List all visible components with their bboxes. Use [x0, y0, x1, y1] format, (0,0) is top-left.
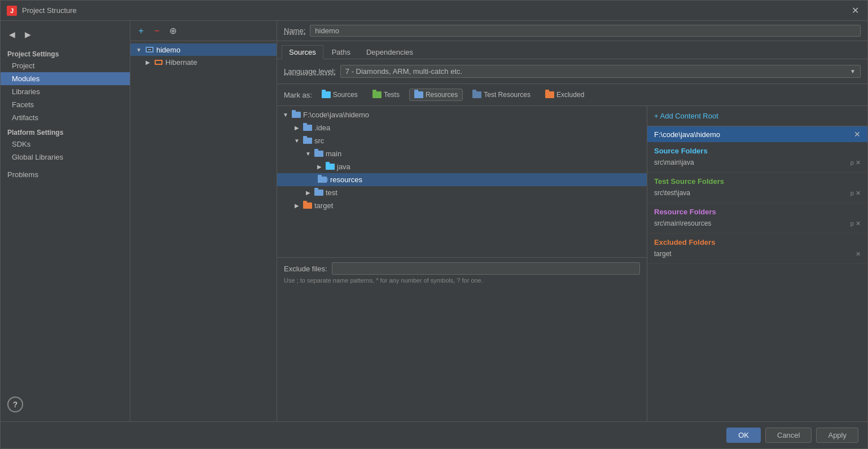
- mark-as-bar: Mark as: Sources Tests: [277, 84, 867, 106]
- expand-java-arrow[interactable]: ▶: [315, 163, 323, 171]
- remove-module-button[interactable]: −: [151, 25, 163, 37]
- svg-rect-15: [326, 164, 335, 170]
- file-tree-item-test[interactable]: ▶ test: [277, 186, 647, 199]
- copy-module-button[interactable]: ⊕: [166, 25, 179, 37]
- apply-button[interactable]: Apply: [816, 428, 858, 443]
- expand-idea-arrow[interactable]: ▶: [293, 124, 301, 132]
- tests-icon: [372, 91, 382, 98]
- expand-main-arrow[interactable]: ▼: [304, 150, 312, 158]
- mark-tests-button[interactable]: Tests: [367, 89, 405, 101]
- source-folders-title: Source Folders: [654, 147, 861, 155]
- app-icon: J: [6, 5, 17, 16]
- mark-sources-button[interactable]: Sources: [317, 89, 363, 101]
- file-tree-item-idea[interactable]: ▶ .idea: [277, 121, 647, 134]
- java-folder-icon: [326, 162, 335, 171]
- file-tree-item-java[interactable]: ▶ java: [277, 160, 647, 173]
- exclude-files-input[interactable]: [332, 262, 640, 275]
- excluded-icon: [545, 91, 554, 98]
- test-folder-icon: [314, 188, 323, 197]
- nav-forward-button[interactable]: ▶: [21, 28, 34, 41]
- test-source-folder-actions[interactable]: p ✕: [851, 190, 861, 197]
- source-folder-actions[interactable]: p ✕: [851, 159, 861, 166]
- file-tree-item-resources[interactable]: resources: [277, 173, 647, 186]
- expand-src-arrow[interactable]: ▼: [293, 137, 301, 145]
- sidebar-item-libraries[interactable]: Libraries: [1, 85, 130, 98]
- cancel-button[interactable]: Cancel: [765, 428, 812, 443]
- nav-back-button[interactable]: ◀: [5, 28, 19, 41]
- sidebar-item-project[interactable]: Project: [1, 59, 130, 72]
- mark-as-label: Mark as:: [284, 91, 312, 99]
- source-folders-section: Source Folders src\main\java p ✕: [647, 142, 867, 173]
- module-icon-hidemo: [145, 45, 154, 54]
- svg-rect-6: [156, 61, 161, 64]
- file-tree-item-root[interactable]: ▼ F:\code\java\hidemo: [277, 108, 647, 121]
- excluded-folders-section: Excluded Folders target ✕: [647, 234, 867, 264]
- java-label: java: [337, 162, 350, 171]
- target-label: target: [314, 201, 333, 210]
- expand-arrow-hidemo[interactable]: ▼: [135, 46, 143, 54]
- test-source-folder-entry: src\test\java p ✕: [654, 188, 861, 198]
- help-button[interactable]: ?: [7, 397, 23, 412]
- svg-rect-22: [303, 203, 312, 209]
- main-folder-icon: [314, 149, 323, 159]
- tab-sources[interactable]: Sources: [282, 45, 323, 59]
- svg-rect-20: [314, 190, 323, 196]
- excluded-folder-close[interactable]: ✕: [856, 250, 861, 258]
- sidebar-item-problems[interactable]: Problems: [1, 166, 130, 181]
- sidebar-item-modules[interactable]: Modules: [1, 72, 130, 85]
- expand-root-arrow[interactable]: ▼: [282, 111, 290, 119]
- resource-folders-title: Resource Folders: [654, 208, 861, 216]
- add-module-button[interactable]: +: [135, 25, 147, 37]
- file-tree-item-src[interactable]: ▼ src: [277, 134, 647, 147]
- sidebar: ◀ ▶ Project Settings Project Modules Lib…: [1, 21, 130, 421]
- excluded-folder-entry: target ✕: [654, 249, 861, 259]
- svg-rect-16: [326, 162, 330, 164]
- tab-dependencies[interactable]: Dependencies: [359, 45, 420, 59]
- expand-test-arrow[interactable]: ▶: [304, 189, 312, 197]
- svg-rect-8: [292, 110, 296, 112]
- facet-icon-hibernate: [154, 58, 163, 67]
- tab-paths[interactable]: Paths: [325, 45, 358, 59]
- module-name-input[interactable]: hidemo: [310, 25, 861, 37]
- svg-rect-21: [314, 188, 318, 190]
- info-panel: + Add Content Root F:\code\java\hidemo ✕…: [647, 106, 867, 421]
- mark-excluded-button[interactable]: Excluded: [540, 89, 589, 101]
- ok-button[interactable]: OK: [726, 428, 761, 443]
- mark-test-resources-button[interactable]: Test Resources: [467, 89, 536, 101]
- content-root-close-button[interactable]: ✕: [854, 130, 861, 139]
- footer: OK Cancel Apply: [1, 421, 867, 448]
- language-level-value: 7 - Diamonds, ARM, multi-catch etc.: [345, 67, 850, 76]
- language-level-dropdown[interactable]: 7 - Diamonds, ARM, multi-catch etc. ▼: [340, 65, 861, 78]
- root-label: F:\code\java\hidemo: [303, 111, 369, 119]
- language-level-bar: Language level: 7 - Diamonds, ARM, multi…: [277, 59, 867, 84]
- file-tree-item-target[interactable]: ▶ target: [277, 199, 647, 212]
- file-tree-item-main[interactable]: ▼ main: [277, 147, 647, 160]
- test-source-folders-section: Test Source Folders src\test\java p ✕: [647, 173, 867, 203]
- nav-buttons: ◀ ▶: [1, 25, 130, 43]
- add-content-root-button[interactable]: + Add Content Root: [647, 106, 867, 126]
- resources-folder-icon: [318, 175, 328, 184]
- svg-rect-18: [318, 175, 322, 177]
- module-tree-item-hidemo[interactable]: ▼ hidemo: [130, 43, 277, 56]
- expand-target-arrow[interactable]: ▶: [293, 202, 301, 210]
- excluded-folder-path: target: [654, 250, 672, 258]
- module-label-hidemo: hidemo: [156, 46, 181, 54]
- close-button[interactable]: ✕: [848, 4, 862, 17]
- main-split: ▼ F:\code\java\hidemo ▶: [277, 106, 867, 421]
- module-tree-item-hibernate[interactable]: ▶ Hibernate: [130, 56, 277, 68]
- sidebar-item-facets[interactable]: Facets: [1, 98, 130, 111]
- mark-resources-button[interactable]: Resources: [409, 89, 463, 101]
- sidebar-item-sdks[interactable]: SDKs: [1, 138, 130, 151]
- test-source-folders-title: Test Source Folders: [654, 177, 861, 186]
- src-label: src: [314, 137, 324, 145]
- dropdown-arrow-icon: ▼: [850, 68, 856, 74]
- resource-folder-path: src\main\resources: [654, 219, 711, 227]
- panel-body: Language level: 7 - Diamonds, ARM, multi…: [277, 59, 867, 421]
- sidebar-item-artifacts[interactable]: Artifacts: [1, 111, 130, 124]
- svg-rect-12: [303, 136, 307, 138]
- module-name-bar: Name: hidemo: [277, 21, 867, 41]
- resource-folder-actions[interactable]: p ✕: [851, 220, 861, 227]
- sidebar-item-global-libraries[interactable]: Global Libraries: [1, 151, 130, 164]
- module-tree: ▼ hidemo ▶: [130, 41, 277, 421]
- expand-arrow-hibernate[interactable]: ▶: [144, 58, 152, 66]
